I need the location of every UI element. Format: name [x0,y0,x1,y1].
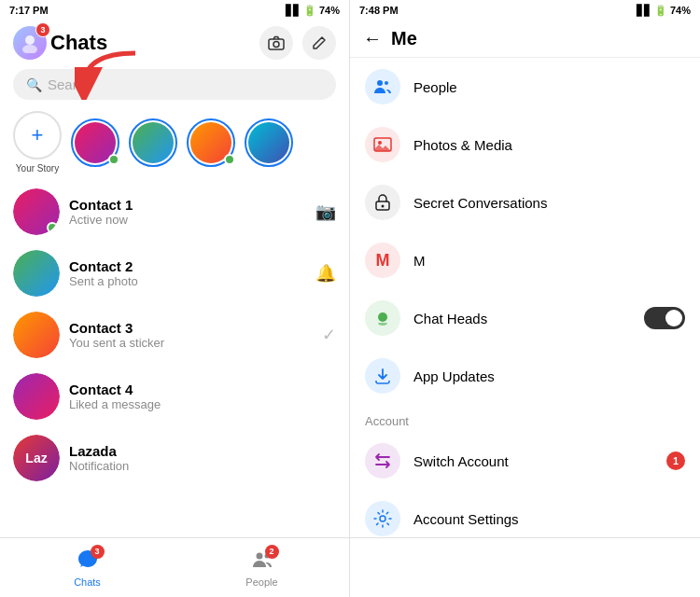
battery-pct-right: 74% [670,5,691,16]
appupdates-icon [365,358,400,394]
svg-point-12 [378,312,387,322]
chat-badge: 3 [35,22,50,37]
wifi-icon-right: ▋▋ [637,5,651,17]
menu-item-appupdates[interactable]: App Updates [350,347,700,405]
chat-avatar-laz: Laz [13,435,60,481]
chatheads-label: Chat Heads [413,311,631,326]
menu-item-m[interactable]: M M [350,231,700,289]
left-panel: 7:17 PM ▋▋ 🔋 74% 3 Chats [0,0,350,597]
add-story-circle: + [13,111,62,160]
chat-avatar-1 [13,188,60,235]
table-row[interactable]: Contact 1 Active now 📷 [0,181,349,243]
settings-label: Account Settings [413,511,685,527]
menu-item-chatheads[interactable]: Chat Heads [350,289,700,347]
story-avatar-2 [133,122,174,163]
header-icons [259,26,336,60]
chat-action-icon-3: ✓ [322,325,336,345]
svg-point-4 [256,552,262,559]
story-online-1 [108,154,119,165]
battery-pct-left: 74% [319,5,340,16]
status-bar-left: 7:17 PM ▋▋ 🔋 74% [0,0,349,21]
account-section-label: Account [350,405,700,432]
svg-point-13 [380,516,385,521]
svg-point-1 [22,45,37,53]
story-avatar-4 [248,122,289,163]
menu-item-secret[interactable]: Secret Conversations [350,174,700,231]
people-icon [365,69,400,104]
user-avatar-wrapper[interactable]: 3 [13,26,47,60]
chat-list: Contact 1 Active now 📷 Contact 2 Sent a … [0,181,349,537]
switch-badge: 1 [666,451,685,470]
left-header: 3 Chats [0,21,349,65]
table-row[interactable]: Contact 4 Liked a message [0,366,349,427]
chat-avatar-2 [13,250,60,297]
edit-button[interactable] [302,26,336,60]
svg-point-6 [377,80,383,86]
search-icon: 🔍 [26,77,42,92]
story-item-1[interactable] [71,118,119,167]
wifi-icon: ▋▋ [286,5,301,17]
search-bar[interactable]: 🔍 Search [13,69,336,100]
your-story-label: Your Story [16,163,59,174]
battery-icon-right: 🔋 [654,5,667,17]
status-time-right: 7:48 PM [359,5,399,16]
nav-chats[interactable]: 3 Chats [0,538,175,597]
secret-label: Secret Conversations [413,195,685,211]
stories-row: + Your Story [0,107,349,181]
m-label: M [413,253,685,269]
right-title: Me [391,28,417,49]
story-item-4[interactable] [245,118,293,167]
table-row[interactable]: Laz Lazada Notification [0,427,349,489]
add-story-button[interactable]: + Your Story [13,111,62,174]
nav-people[interactable]: 2 People [175,538,349,597]
chats-nav-label: Chats [74,576,101,588]
menu-item-people[interactable]: People [350,58,700,116]
people-nav-label: People [245,576,277,588]
appupdates-label: App Updates [413,368,685,384]
menu-item-photos[interactable]: Photos & Media [350,116,700,174]
arrow-annotation [75,49,140,104]
bottom-nav-right [350,537,700,597]
menu-item-settings[interactable]: Account Settings [350,490,700,537]
status-time-left: 7:17 PM [9,5,49,16]
secret-icon [365,185,400,220]
svg-point-7 [385,81,388,85]
svg-rect-2 [269,39,284,49]
status-icons-left: ▋▋ 🔋 74% [286,5,340,17]
chatheads-icon [365,300,400,336]
svg-point-11 [382,205,385,208]
chats-nav-badge: 3 [91,545,105,559]
svg-point-0 [25,35,35,45]
m-icon: M [365,243,400,278]
menu-item-switch[interactable]: Switch Account 1 [350,432,700,490]
switch-icon [365,443,400,479]
chat-avatar-3 [13,312,60,358]
battery-icon: 🔋 [303,5,316,17]
status-bar-right: 7:48 PM ▋▋ 🔋 74% [350,0,700,21]
chat-action-icon-1: 📷 [315,201,336,222]
chat-avatar-4 [13,373,60,420]
settings-icon [365,501,400,536]
table-row[interactable]: Contact 3 You sent a sticker ✓ [0,304,349,366]
photos-icon [365,127,400,162]
bottom-nav-left: 3 Chats 2 People [0,537,349,597]
story-item-2[interactable] [129,118,177,167]
story-item-3[interactable] [187,118,235,167]
photos-label: Photos & Media [413,137,685,153]
story-online-3 [224,154,235,165]
switch-label: Switch Account [413,453,653,469]
mute-icon: 🔔 [315,263,336,284]
people-nav-badge: 2 [265,545,279,559]
right-panel: 7:48 PM ▋▋ 🔋 74% ← Me People Photos & Me… [350,0,700,597]
chatheads-toggle[interactable] [644,307,685,329]
svg-point-9 [378,141,382,145]
svg-point-3 [273,42,279,48]
camera-button[interactable] [259,26,293,60]
back-button[interactable]: ← [363,28,382,49]
people-label: People [413,79,685,95]
table-row[interactable]: Contact 2 Sent a photo 🔔 [0,243,349,304]
right-header: ← Me [350,21,700,58]
menu-list: People Photos & Media Secret Conversatio… [350,58,700,537]
